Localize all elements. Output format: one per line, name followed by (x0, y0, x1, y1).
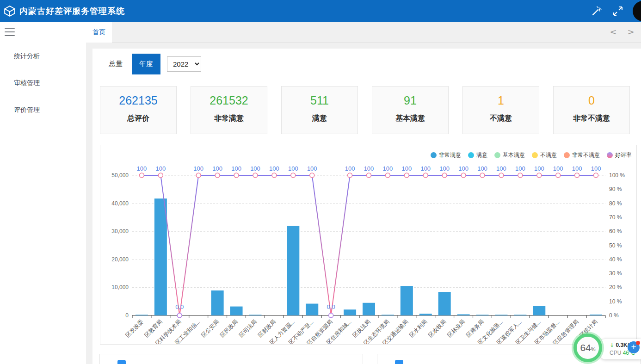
year-select[interactable]: 2022 (167, 56, 201, 72)
stat-label: 总评价 (127, 114, 149, 123)
line-point (310, 173, 314, 178)
svg-text:10,000: 10,000 (111, 284, 129, 290)
sidebar-item-2[interactable]: 审核管理 (0, 74, 86, 93)
filter-row: 总量 年度 2022 (109, 54, 201, 74)
line-point (177, 313, 182, 318)
legend-label: 满意 (476, 151, 487, 159)
line-point (385, 173, 390, 178)
x-axis-label: 区发改委 (124, 318, 145, 339)
legend-item-1[interactable]: 非常满意 (431, 151, 461, 159)
sidebar-item-3[interactable]: 评价管理 (0, 101, 86, 119)
filter-total-button[interactable]: 总量 (109, 60, 123, 68)
app-title: 内蒙古好差评服务管理系统 (19, 6, 125, 17)
line-point (196, 173, 201, 178)
hamburger-menu-icon[interactable] (5, 28, 15, 36)
x-axis-label: 区公安局 (200, 318, 220, 339)
magic-wand-icon[interactable] (591, 6, 602, 17)
stat-value: 1 (498, 94, 504, 107)
line-data-label: 100 (591, 165, 601, 172)
chart-bar (590, 315, 602, 315)
line-data-label: 100 (288, 165, 298, 172)
line-point (461, 173, 466, 178)
svg-text:90 %: 90 % (609, 186, 622, 192)
line-point (367, 173, 371, 178)
line-data-label: 100 (383, 165, 393, 172)
line-data-label: 100 (212, 165, 222, 172)
svg-text:80 %: 80 % (609, 200, 622, 207)
line-point (348, 173, 352, 178)
svg-text:30 %: 30 % (609, 270, 622, 277)
line-data-label: 100 (193, 165, 203, 172)
monitor-plus-button[interactable]: + (628, 341, 640, 353)
chart-bar (533, 306, 545, 315)
chart-bar (306, 304, 318, 315)
stat-value: 261532 (210, 94, 248, 107)
chart-bar (457, 315, 470, 315)
legend-dot (532, 152, 538, 158)
stat-label: 满意 (312, 114, 327, 123)
satisfaction-chart[interactable]: 010,00020,00030,00040,00050,0000 %10 %20… (100, 145, 636, 344)
stat-card-3: 511满意 (281, 86, 358, 134)
svg-text:30,000: 30,000 (111, 228, 129, 234)
chart-bar (136, 315, 148, 316)
legend-item-5[interactable]: 非常不满意 (564, 151, 600, 159)
line-data-label: 0,0 (175, 303, 184, 310)
legend-dot (431, 152, 437, 158)
chart-bar (514, 315, 526, 316)
memory-usage-ball[interactable]: 64% (573, 333, 602, 362)
stat-value: 511 (310, 94, 329, 107)
stat-value: 262135 (119, 94, 157, 107)
tab-scroll-left-icon[interactable]: < (608, 27, 619, 37)
line-data-label: 100 (156, 165, 166, 172)
legend-dot (564, 152, 570, 158)
line-data-label: 100 (458, 165, 468, 172)
line-data-label: 0,0 (327, 303, 335, 310)
legend-dot (468, 152, 474, 158)
bottom-card-2-icon (395, 360, 403, 364)
svg-text:20,000: 20,000 (111, 256, 129, 263)
x-axis-label: 区司法局 (238, 318, 258, 339)
notification-dot (636, 341, 640, 345)
stat-card-2: 261532非常满意 (191, 86, 267, 134)
svg-text:100 %: 100 % (609, 172, 625, 179)
line-point (575, 173, 579, 178)
main-area: 总量 年度 2022 262135总评价261532非常满意511满意91基本满… (86, 43, 641, 364)
legend-dot (494, 152, 500, 158)
x-axis-label: 区林业局 (446, 318, 466, 339)
line-data-label: 100 (137, 165, 147, 172)
line-point (423, 173, 428, 178)
app-logo-cube-icon (4, 5, 16, 17)
bottom-card-1-icon (117, 360, 126, 364)
legend-item-4[interactable]: 不满意 (532, 151, 557, 159)
tab-scroll-right-icon[interactable]: > (625, 27, 636, 37)
svg-text:20 %: 20 % (609, 284, 622, 290)
line-point (442, 173, 447, 178)
line-point (556, 173, 561, 178)
svg-text:50 %: 50 % (609, 242, 622, 249)
legend-item-3[interactable]: 基本满意 (494, 151, 525, 159)
line-data-label: 100 (250, 165, 260, 172)
svg-text:10 %: 10 % (609, 298, 622, 305)
user-avatar[interactable] (633, 1, 641, 21)
line-point (594, 173, 598, 178)
sidebar-item-1[interactable]: 统计分析 (0, 47, 86, 66)
legend-dot (607, 152, 613, 158)
line-data-label: 100 (477, 165, 487, 172)
line-data-label: 100 (534, 165, 544, 172)
chart-bar (438, 292, 451, 315)
legend-item-2[interactable]: 满意 (468, 151, 487, 159)
legend-label: 好评率 (615, 151, 632, 159)
line-data-label: 100 (515, 165, 525, 172)
line-point (139, 173, 144, 178)
line-data-label: 100 (345, 165, 355, 172)
chart-legend: 非常满意满意基本满意不满意非常不满意好评率 (431, 151, 632, 159)
line-data-label: 100 (401, 165, 412, 172)
filter-year-button[interactable]: 年度 (132, 54, 160, 74)
legend-item-6[interactable]: 好评率 (607, 151, 632, 159)
svg-text:50,000: 50,000 (111, 172, 129, 179)
line-data-label: 100 (496, 165, 506, 172)
line-data-label: 100 (269, 165, 279, 172)
legend-label: 非常不满意 (572, 151, 600, 159)
tab-home[interactable]: 首页 (86, 22, 112, 43)
fullscreen-icon[interactable] (612, 6, 623, 17)
